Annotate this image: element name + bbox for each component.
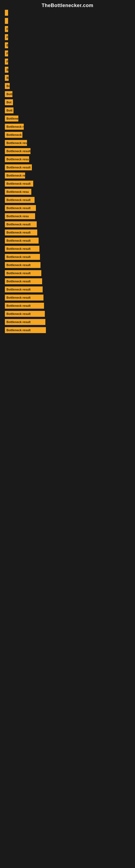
bar-label-24: Bottleneck result: [5, 205, 36, 211]
bar-label-9: Bo: [5, 83, 10, 89]
site-title: TheBottlenecker.com: [0, 0, 135, 10]
bar-row-7: B: [3, 67, 132, 73]
bar-row-19: Bottleneck result: [3, 164, 132, 170]
bar-row-18: Bottleneck resu: [3, 156, 132, 162]
bar-row-21: Bottleneck result: [3, 181, 132, 187]
bar-row-10: Bott: [3, 91, 132, 97]
bar-label-17: Bottleneck result: [5, 148, 31, 154]
bar-row-37: Bottleneck result: [3, 311, 132, 317]
bar-row-15: Bottleneck: [3, 132, 132, 138]
bar-label-39: Bottleneck result: [5, 327, 46, 333]
bar-label-14: Bottleneck re: [5, 124, 24, 130]
bar-row-30: Bottleneck result: [3, 254, 132, 260]
bar-row-16: Bottleneck resu: [3, 140, 132, 146]
bar-label-10: Bott: [5, 91, 12, 97]
bar-label-33: Bottleneck result: [5, 278, 42, 284]
bar-label-31: Bottleneck result: [5, 262, 41, 268]
bar-label-21: Bottleneck result: [5, 181, 33, 187]
bar-row-13: Bottlenec: [3, 116, 132, 122]
bar-row-27: Bottleneck result: [3, 229, 132, 236]
bar-label-37: Bottleneck result: [5, 311, 45, 317]
bar-label-3: F: [5, 34, 8, 40]
bar-label-6: F: [5, 59, 8, 65]
bar-row-6: F: [3, 59, 132, 65]
bar-label-27: Bottleneck result: [5, 229, 37, 236]
bar-label-23: Bottleneck result: [5, 197, 35, 203]
bar-label-5: F: [5, 51, 8, 56]
bar-row-14: Bottleneck re: [3, 124, 132, 130]
bar-row-5: F: [3, 51, 132, 56]
bar-label-29: Bottleneck result: [5, 246, 39, 252]
bar-row-17: Bottleneck result: [3, 148, 132, 154]
bar-row-38: Bottleneck result: [3, 319, 132, 325]
bar-label-7: B: [5, 67, 8, 73]
bar-row-3: F: [3, 34, 132, 40]
bar-row-24: Bottleneck result: [3, 205, 132, 211]
bar-label-28: Bottleneck result: [5, 238, 39, 244]
bar-label-34: Bottleneck result: [5, 286, 43, 292]
bar-row-31: Bottleneck result: [3, 262, 132, 268]
bar-row-0: [3, 10, 132, 16]
bar-row-2: F: [3, 26, 132, 32]
bar-label-32: Bottleneck result: [5, 270, 41, 276]
bar-label-8: B: [5, 75, 9, 81]
bar-row-34: Bottleneck result: [3, 286, 132, 292]
bar-label-38: Bottleneck result: [5, 319, 45, 325]
bar-row-9: Bo: [3, 83, 132, 89]
chart-area: FFBFFBBBoBottBotBottBottlenecBottleneck …: [0, 10, 135, 333]
bar-row-8: B: [3, 75, 132, 81]
bar-row-4: B: [3, 42, 132, 48]
bar-row-23: Bottleneck result: [3, 197, 132, 203]
bar-label-12: Bott: [5, 107, 13, 113]
bar-row-39: Bottleneck result: [3, 327, 132, 333]
bar-label-1: [5, 18, 8, 24]
bar-row-28: Bottleneck result: [3, 238, 132, 244]
bar-label-22: Bottleneck resu: [5, 189, 31, 195]
bar-label-26: Bottleneck result: [5, 221, 37, 227]
bar-label-30: Bottleneck result: [5, 254, 40, 260]
bar-row-12: Bott: [3, 107, 132, 113]
bar-row-29: Bottleneck result: [3, 246, 132, 252]
bar-row-36: Bottleneck result: [3, 303, 132, 309]
bar-label-11: Bot: [5, 99, 13, 105]
bar-label-0: [5, 10, 8, 16]
bar-label-13: Bottlenec: [5, 116, 18, 122]
bar-row-26: Bottleneck result: [3, 221, 132, 227]
bar-label-25: Bottleneck resu: [5, 213, 35, 219]
page-wrapper: TheBottlenecker.com FFBFFBBBoBottBotBott…: [0, 0, 135, 333]
bar-label-15: Bottleneck: [5, 132, 22, 138]
bar-row-35: Bottleneck result: [3, 294, 132, 301]
bar-label-16: Bottleneck resu: [5, 140, 27, 146]
bar-row-20: Bottleneck re: [3, 173, 132, 179]
bar-label-18: Bottleneck resu: [5, 156, 29, 162]
bar-row-33: Bottleneck result: [3, 278, 132, 284]
bar-row-32: Bottleneck result: [3, 270, 132, 276]
bar-label-20: Bottleneck re: [5, 173, 25, 179]
bar-label-35: Bottleneck result: [5, 294, 43, 301]
bar-row-25: Bottleneck resu: [3, 213, 132, 219]
bar-row-22: Bottleneck resu: [3, 189, 132, 195]
bar-row-1: [3, 18, 132, 24]
bar-label-36: Bottleneck result: [5, 303, 44, 309]
bar-label-4: B: [5, 42, 8, 48]
bar-row-11: Bot: [3, 99, 132, 105]
bar-label-2: F: [5, 26, 8, 32]
bar-label-19: Bottleneck result: [5, 164, 32, 170]
